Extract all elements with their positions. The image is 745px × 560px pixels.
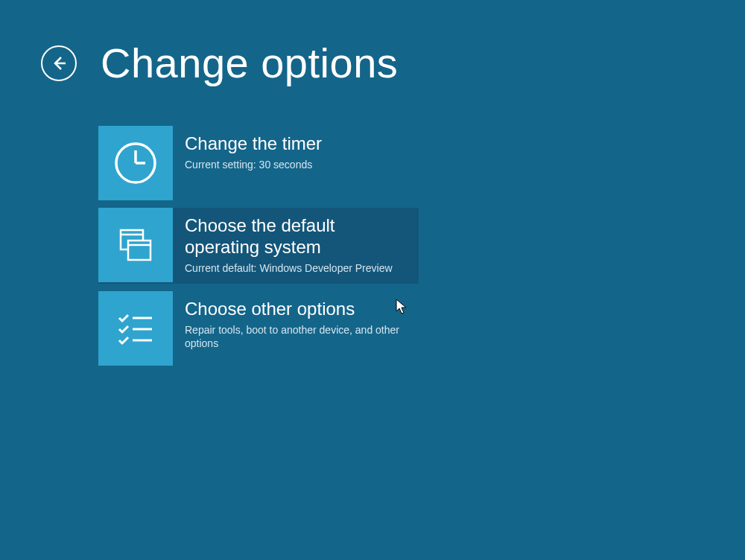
- windows-icon: [98, 208, 173, 282]
- clock-icon: [98, 126, 173, 200]
- option-change-timer[interactable]: Change the timer Current setting: 30 sec…: [98, 126, 419, 200]
- option-other-options[interactable]: Choose other options Repair tools, boot …: [98, 291, 419, 366]
- option-subtitle: Repair tools, boot to another device, an…: [185, 323, 410, 350]
- options-list: Change the timer Current setting: 30 sec…: [98, 126, 745, 366]
- option-default-os[interactable]: Choose the default operating system Curr…: [98, 208, 419, 284]
- option-title: Choose other options: [185, 299, 410, 320]
- svg-rect-6: [128, 241, 150, 260]
- checklist-icon: [98, 291, 173, 366]
- option-title: Choose the default operating system: [185, 215, 410, 258]
- option-subtitle: Current default: Windows Developer Previ…: [185, 261, 410, 275]
- back-button[interactable]: [41, 45, 77, 81]
- back-arrow-icon: [49, 54, 69, 73]
- option-subtitle: Current setting: 30 seconds: [185, 158, 410, 171]
- option-title: Change the timer: [185, 133, 410, 155]
- page-title: Change options: [101, 39, 398, 87]
